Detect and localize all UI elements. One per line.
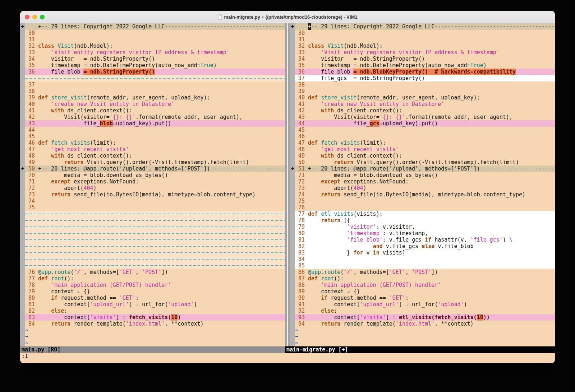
folded-line[interactable]: ++-- 29 lines: Copyright 2022 Google LLC…: [290, 23, 555, 30]
code-line[interactable]: 74: [20, 198, 285, 204]
code-line[interactable]: 32class Visit(ndb.Model):: [20, 43, 285, 49]
code-line[interactable]: 79 context = {}: [20, 288, 285, 295]
fold-marker-icon[interactable]: +: [20, 165, 25, 172]
code-line[interactable]: 34 visitor = ndb.StringProperty(): [20, 56, 285, 62]
code-line[interactable]: 72 abort(404): [20, 185, 285, 191]
code-line[interactable]: 32class Visit(ndb.Model):: [290, 43, 555, 49]
diff-filler-line[interactable]: [20, 243, 285, 249]
code-line[interactable]: 30: [20, 30, 285, 36]
diff-changed-line[interactable]: 93 context['visits'] = etl_visits(fetch_…: [290, 314, 555, 321]
code-line[interactable]: 84 return render_template('index.html', …: [20, 321, 285, 327]
diff-filler-line[interactable]: [20, 249, 285, 256]
diff-added-line[interactable]: 80 'timestamp': v.timestamp,: [290, 230, 555, 237]
code-line[interactable]: 77def root():: [20, 275, 285, 282]
code-line[interactable]: 45: [20, 133, 285, 140]
code-line[interactable]: 49 return Visit.query().order(-Visit.tim…: [20, 159, 285, 165]
code-line[interactable]: 40 'create new Visit entity in Datastore…: [20, 101, 285, 107]
diff-added-line[interactable]: 82 and v.file_gcs else v.file_blob: [290, 243, 555, 249]
code-line[interactable]: 70 media = blob.download_as_bytes(): [20, 172, 285, 178]
code-line[interactable]: 82 else:: [20, 308, 285, 314]
minimize-button[interactable]: [32, 15, 37, 19]
empty-buffer-line[interactable]: ~: [20, 327, 285, 333]
zoom-button[interactable]: [40, 15, 45, 19]
code-line[interactable]: 37: [20, 81, 285, 88]
code-line[interactable]: 33 'Visit entity registers visitor IP ad…: [20, 49, 285, 56]
code-line[interactable]: 73 abort(404): [290, 185, 555, 191]
diff-filler-line[interactable]: [20, 230, 285, 237]
code-line[interactable]: 42 Visit(visitor='{}: {}'.format(remote_…: [20, 114, 285, 120]
code-line[interactable]: 87def root():: [290, 275, 555, 282]
empty-buffer-line[interactable]: ~: [20, 340, 285, 346]
diff-filler-line[interactable]: [20, 262, 285, 269]
diff-filler-line[interactable]: [20, 211, 285, 217]
code-line[interactable]: 75: [290, 198, 555, 204]
code-line[interactable]: 35 timestamp = ndb.DateTimeProperty(auto…: [20, 62, 285, 69]
code-line[interactable]: 46def fetch_visits(limit):: [20, 140, 285, 146]
diff-filler-line[interactable]: [20, 75, 285, 81]
code-line[interactable]: 31: [290, 36, 555, 43]
code-line[interactable]: 71 media = blob.download_as_bytes(): [290, 172, 555, 178]
empty-buffer-line[interactable]: ~: [20, 333, 285, 340]
left-pane-main-py[interactable]: ++-- 29 lines: Copyright 2022 Google LLC…: [20, 23, 285, 346]
code-line[interactable]: 48 with ds_client.context():: [20, 153, 285, 159]
diff-changed-line[interactable]: 43 file_blob=upload_key).put(): [20, 120, 285, 127]
code-line[interactable]: 48 'get most recent visits': [290, 146, 555, 153]
diff-changed-line[interactable]: 36 file_blob = ndb.StringProperty(): [20, 69, 285, 75]
titlebar[interactable]: main-migrate.py + (/private/tmp/mod16-cl…: [20, 11, 555, 23]
code-line[interactable]: 49 with ds_client.context():: [290, 153, 555, 159]
code-line[interactable]: 50 return Visit.query().order(-Visit.tim…: [290, 159, 555, 165]
code-line[interactable]: 73 return send_file(io.BytesIO(media), m…: [20, 191, 285, 198]
code-line[interactable]: 76@app.route('/', methods=['GET', 'POST'…: [20, 269, 285, 275]
diff-filler-line[interactable]: [20, 224, 285, 230]
diff-added-line[interactable]: 78 return [{: [290, 217, 555, 224]
fold-marker-icon[interactable]: +: [20, 23, 25, 30]
code-line[interactable]: 89 context = {}: [290, 288, 555, 295]
diff-added-line[interactable]: 84: [290, 256, 555, 262]
code-line[interactable]: 47 'get most recent visits': [20, 146, 285, 153]
diff-added-line[interactable]: 77def etl_visits(visits):: [290, 211, 555, 217]
code-line[interactable]: 81 context['upload_url'] = url_for('uplo…: [20, 301, 285, 308]
code-line[interactable]: 80 if request.method == 'GET':: [20, 295, 285, 301]
code-line[interactable]: 39: [290, 88, 555, 94]
diff-added-line[interactable]: 83 } for v in visits]: [290, 249, 555, 256]
fold-marker-icon[interactable]: +: [290, 23, 295, 30]
code-line[interactable]: 45: [290, 127, 555, 133]
code-line[interactable]: 43 Visit(visitor='{}: {}'.format(remote_…: [290, 114, 555, 120]
folded-line[interactable]: +51+-- 20 lines: @app.route('/upload', m…: [290, 165, 555, 172]
diff-added-line[interactable]: 81 'file_blob': v.file_gcs if hasattr(v,…: [290, 237, 555, 243]
diff-added-line[interactable]: 79 'visitor': v.visitor,: [290, 224, 555, 230]
code-line[interactable]: 71 except exceptions.NotFound:: [20, 178, 285, 185]
code-line[interactable]: 39def store_visit(remote_addr, user_agen…: [20, 94, 285, 101]
diff-changed-line[interactable]: 44 file_gcs=upload_key).put(): [290, 120, 555, 127]
diff-changed-line[interactable]: 36 file_blob = ndb.BlobKeyProperty() # b…: [290, 69, 555, 75]
empty-buffer-line[interactable]: ~: [290, 333, 555, 340]
code-line[interactable]: 41 'create new Visit entity in Datastore…: [290, 101, 555, 107]
diff-changed-line[interactable]: 83 context['visits'] = fetch_visits(10): [20, 314, 285, 321]
code-line[interactable]: 92 else:: [290, 308, 555, 314]
code-line[interactable]: 90 if request.method == 'GET':: [290, 295, 555, 301]
code-line[interactable]: 47def fetch_visits(limit):: [290, 140, 555, 146]
code-line[interactable]: 94 return render_template('index.html', …: [290, 321, 555, 327]
empty-buffer-line[interactable]: ~: [290, 327, 555, 333]
folded-line[interactable]: ++-- 29 lines: Copyright 2022 Google LLC…: [20, 23, 285, 30]
code-line[interactable]: 34 visitor = ndb.StringProperty(): [290, 56, 555, 62]
code-line[interactable]: 33 'Visit entity registers visitor IP ad…: [290, 49, 555, 56]
diff-filler-line[interactable]: [20, 217, 285, 224]
code-line[interactable]: 38: [290, 81, 555, 88]
code-line[interactable]: 30: [290, 30, 555, 36]
code-line[interactable]: 35 timestamp = ndb.DateTimeProperty(auto…: [290, 62, 555, 69]
close-button[interactable]: [25, 15, 29, 19]
code-line[interactable]: 44: [20, 127, 285, 133]
empty-buffer-line[interactable]: ~: [290, 340, 555, 346]
code-line[interactable]: 76: [290, 204, 555, 211]
code-line[interactable]: 40def store_visit(remote_addr, user_agen…: [290, 94, 555, 101]
vertical-split-separator[interactable]: [285, 23, 290, 346]
diff-filler-line[interactable]: [20, 256, 285, 262]
diff-added-line[interactable]: 85: [290, 262, 555, 269]
code-line[interactable]: 78 'main application (GET/POST) handler': [20, 282, 285, 288]
folded-line[interactable]: +50+-- 20 lines: @app.route('/upload', m…: [20, 165, 285, 172]
code-line[interactable]: 31: [20, 36, 285, 43]
code-line[interactable]: 86@app.route('/', methods=['GET', 'POST'…: [290, 269, 555, 275]
code-line[interactable]: 91 context['upload_url'] = url_for('uplo…: [290, 301, 555, 308]
code-line[interactable]: 41 with ds_client.context():: [20, 107, 285, 114]
